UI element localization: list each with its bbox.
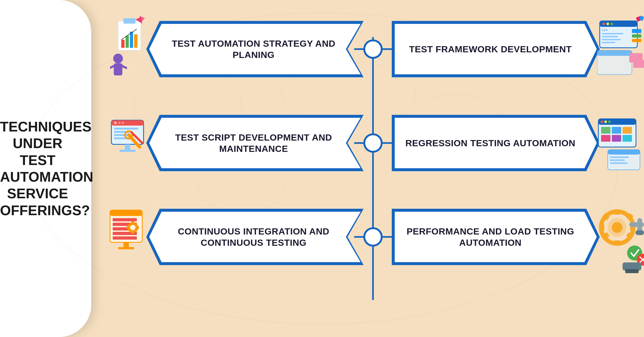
h-line-row1-left: [354, 48, 364, 50]
svg-rect-63: [110, 210, 142, 216]
svg-point-79: [612, 222, 623, 233]
connector-dot-row1: [363, 39, 383, 59]
icon-regression-testing: [597, 111, 644, 175]
svg-rect-6: [123, 18, 136, 24]
card-row1-right-text: TEST FRAMEWORK DEVELOPMENT: [409, 43, 572, 55]
svg-point-36: [114, 122, 117, 124]
svg-point-18: [606, 23, 609, 25]
connector-dot-row3: [363, 227, 383, 247]
pentagon-row3-left-inner: CONTINUOUS INTEGRATION AND CONTINUOUS TE…: [149, 212, 361, 262]
vertical-center-line: [372, 37, 374, 300]
diagram-container: TEST AUTOMATION STRATEGY AND PLANING: [118, 21, 628, 316]
svg-rect-64: [113, 218, 137, 221]
svg-rect-33: [633, 60, 644, 68]
main-diagram: TEST AUTOMATION STRATEGY AND PLANING: [102, 0, 644, 337]
svg-rect-94: [625, 269, 639, 273]
svg-rect-8: [126, 36, 129, 48]
svg-rect-76: [118, 247, 134, 249]
svg-rect-26: [632, 34, 641, 38]
svg-point-49: [604, 120, 607, 123]
svg-rect-10: [134, 34, 137, 48]
svg-rect-82: [599, 224, 604, 231]
card-row3-right: PERFORMANCE AND LOAD TESTING AUTOMATION: [382, 209, 600, 265]
svg-rect-68: [113, 236, 137, 240]
h-line-row1-right: [382, 48, 392, 50]
svg-rect-53: [623, 127, 632, 134]
svg-rect-56: [623, 135, 632, 142]
svg-rect-58: [608, 150, 640, 155]
pentagon-row1-left-inner: TEST AUTOMATION STRATEGY AND PLANING: [149, 24, 361, 74]
icon-ci-testing: [107, 205, 147, 269]
svg-rect-71: [131, 221, 134, 224]
svg-rect-59: [610, 156, 629, 158]
svg-rect-60: [610, 159, 625, 161]
svg-rect-74: [137, 226, 139, 229]
svg-rect-25: [632, 29, 641, 33]
svg-rect-81: [614, 240, 620, 245]
svg-rect-39: [114, 128, 138, 130]
h-line-row2-left: [354, 142, 364, 144]
svg-point-17: [602, 23, 605, 25]
connector-dot-row2: [363, 133, 383, 153]
card-row1-left-text: TEST AUTOMATION STRATEGY AND PLANING: [168, 38, 339, 61]
h-line-row2-right: [382, 142, 392, 144]
pentagon-row1-right: TEST FRAMEWORK DEVELOPMENT: [392, 21, 600, 77]
card-row3-right-text: PERFORMANCE AND LOAD TESTING AUTOMATION: [403, 226, 578, 248]
svg-rect-90: [635, 230, 644, 235]
svg-rect-75: [123, 242, 129, 247]
svg-rect-44: [119, 150, 136, 152]
svg-text:</>: </>: [602, 28, 608, 32]
svg-rect-61: [610, 162, 627, 164]
pentagon-row2-left-inner: TEST SCRIPT DEVELOPMENT AND MAINTENANCE: [149, 118, 361, 168]
svg-rect-23: [602, 39, 621, 40]
h-line-row3-right: [382, 236, 392, 238]
pentagon-row3-right: PERFORMANCE AND LOAD TESTING AUTOMATION: [392, 209, 600, 265]
card-row1-left: TEST AUTOMATION STRATEGY AND PLANING: [146, 21, 364, 77]
card-row2-right: REGRESSION TESTING AUTOMATION: [382, 115, 600, 171]
svg-point-48: [601, 120, 603, 123]
svg-rect-31: [597, 50, 632, 56]
pentagon-row1-right-inner: TEST FRAMEWORK DEVELOPMENT: [395, 24, 597, 74]
pentagon-row2-left: TEST SCRIPT DEVELOPMENT AND MAINTENANCE: [146, 115, 364, 171]
icon-performance-testing: [596, 201, 644, 273]
card-row1-right: TEST FRAMEWORK DEVELOPMENT </>: [382, 21, 600, 77]
svg-rect-16: [600, 21, 637, 27]
pentagon-row3-right-inner: PERFORMANCE AND LOAD TESTING AUTOMATION: [395, 212, 597, 262]
pentagon-row2-right-inner: REGRESSION TESTING AUTOMATION: [395, 118, 597, 168]
svg-rect-21: [602, 33, 623, 34]
svg-rect-27: [632, 39, 641, 42]
svg-rect-22: [602, 36, 618, 37]
svg-rect-7: [121, 40, 125, 48]
pentagon-row1-left: TEST AUTOMATION STRATEGY AND PLANING: [146, 21, 364, 77]
card-row2-left: TEST SCRIPT DEVELOPMENT AND MAINTENANCE: [146, 115, 364, 171]
card-row3-left-text: CONTINUOUS INTEGRATION AND CONTINUOUS TE…: [168, 226, 339, 248]
pentagon-row2-right: REGRESSION TESTING AUTOMATION: [392, 115, 600, 171]
svg-point-50: [608, 120, 611, 123]
svg-point-37: [118, 122, 120, 124]
svg-rect-80: [614, 210, 620, 215]
svg-rect-9: [130, 32, 133, 48]
card-row2-left-text: TEST SCRIPT DEVELOPMENT AND MAINTENANCE: [168, 132, 339, 155]
card-row2-right-text: REGRESSION TESTING AUTOMATION: [405, 137, 575, 149]
svg-rect-51: [601, 127, 610, 134]
icon-test-script: [107, 112, 148, 174]
svg-rect-72: [131, 232, 134, 234]
left-panel: TECHNIQUES UNDER TEST AUTOMATION SERVICE…: [0, 0, 91, 337]
left-panel-title: TECHNIQUES UNDER TEST AUTOMATION SERVICE…: [0, 118, 75, 219]
svg-rect-12: [114, 63, 122, 75]
icon-test-automation-strategy: [110, 16, 148, 80]
svg-rect-43: [125, 144, 130, 150]
svg-rect-73: [127, 226, 129, 229]
svg-rect-24: [602, 42, 615, 43]
svg-rect-52: [612, 127, 621, 134]
h-line-row3-left: [354, 236, 364, 238]
card-row3-left: CONTINUOUS INTEGRATION AND CONTINUOUS TE…: [146, 209, 364, 265]
svg-point-38: [122, 122, 124, 124]
svg-point-11: [113, 54, 123, 63]
svg-rect-54: [601, 135, 610, 142]
svg-point-19: [610, 23, 613, 25]
svg-point-70: [130, 225, 136, 230]
pentagon-row3-left: CONTINUOUS INTEGRATION AND CONTINUOUS TE…: [146, 209, 364, 265]
svg-rect-55: [612, 135, 621, 142]
svg-rect-47: [598, 119, 636, 125]
